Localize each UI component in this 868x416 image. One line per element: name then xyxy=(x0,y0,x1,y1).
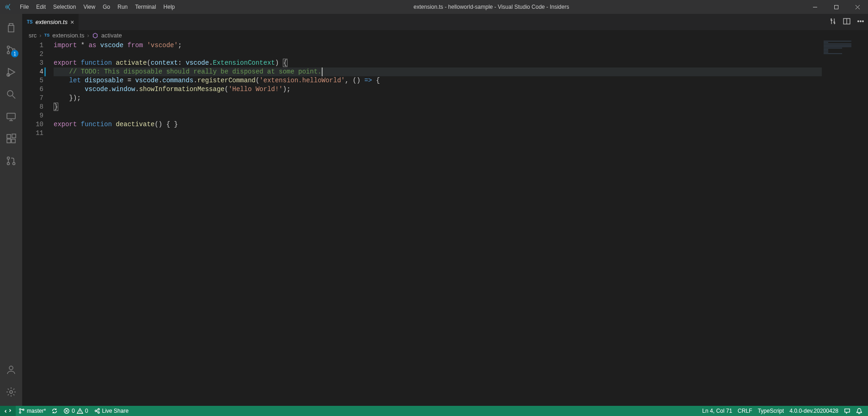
svg-point-15 xyxy=(10,391,12,393)
svg-rect-7 xyxy=(7,135,11,138)
chevron-right-icon: › xyxy=(87,32,89,39)
svg-point-17 xyxy=(858,20,859,22)
text-cursor xyxy=(322,67,323,76)
maximize-button[interactable] xyxy=(825,0,847,14)
activity-bar: 1 xyxy=(0,14,22,406)
editor-tabs: TS extension.ts × xyxy=(22,14,868,30)
cursor-position[interactable]: Ln 4, Col 71 xyxy=(699,406,735,416)
typescript-version[interactable]: 4.0.0-dev.20200428 xyxy=(787,406,841,416)
svg-point-20 xyxy=(19,409,21,410)
sync-changes-button[interactable] xyxy=(49,406,61,416)
window-title: extension.ts - helloworld-sample - Visua… xyxy=(178,4,804,10)
window-controls xyxy=(804,0,868,14)
svg-point-18 xyxy=(860,20,862,22)
svg-point-12 xyxy=(7,163,10,165)
tab-actions xyxy=(829,14,868,30)
code-area[interactable]: import * as vscode from 'vscode'; export… xyxy=(54,41,822,406)
language-mode[interactable]: TypeScript xyxy=(755,406,787,416)
breadcrumb-symbol[interactable]: activate xyxy=(101,32,122,39)
menu-edit[interactable]: Edit xyxy=(32,0,49,14)
svg-point-21 xyxy=(19,412,21,413)
status-bar: master* 0 0 Live Share Ln 4, Col 71 CRLF… xyxy=(0,406,868,416)
compare-changes-icon[interactable] xyxy=(829,18,837,27)
svg-point-13 xyxy=(13,163,15,165)
git-branch-indicator[interactable]: master* xyxy=(16,406,49,416)
svg-point-5 xyxy=(7,91,13,96)
menu-view[interactable]: View xyxy=(79,0,99,14)
svg-point-2 xyxy=(7,52,10,54)
run-debug-icon[interactable] xyxy=(0,61,22,83)
tab-extension-ts[interactable]: TS extension.ts × xyxy=(22,14,79,30)
breadcrumbs[interactable]: src › TS extension.ts › activate xyxy=(22,30,868,40)
editor-group: TS extension.ts × src › TS extension.ts … xyxy=(22,14,868,406)
typescript-file-icon: TS xyxy=(44,33,50,37)
svg-point-25 xyxy=(98,409,99,410)
explorer-icon[interactable] xyxy=(0,17,22,39)
remote-explorer-icon[interactable] xyxy=(0,105,22,128)
accounts-icon[interactable] xyxy=(0,359,22,381)
minimap[interactable] xyxy=(822,40,868,406)
source-control-icon[interactable]: 1 xyxy=(0,39,22,61)
tab-label: extension.ts xyxy=(36,18,67,25)
breadcrumb-file[interactable]: extension.ts xyxy=(52,32,84,39)
svg-point-1 xyxy=(7,46,10,49)
close-button[interactable] xyxy=(847,0,868,14)
close-tab-icon[interactable]: × xyxy=(70,19,74,25)
live-share-button[interactable]: Live Share xyxy=(91,406,131,416)
menu-selection[interactable]: Selection xyxy=(49,0,79,14)
menu-terminal[interactable]: Terminal xyxy=(131,0,159,14)
menu-run[interactable]: Run xyxy=(114,0,131,14)
svg-point-14 xyxy=(9,366,13,370)
menu-go[interactable]: Go xyxy=(99,0,114,14)
minimize-button[interactable] xyxy=(804,0,825,14)
notifications-icon[interactable] xyxy=(853,406,865,416)
eol-indicator[interactable]: CRLF xyxy=(735,406,755,416)
svg-rect-8 xyxy=(7,139,11,143)
chevron-right-icon: › xyxy=(39,32,41,39)
menu-bar: File Edit Selection View Go Run Terminal… xyxy=(16,0,178,14)
extensions-icon[interactable] xyxy=(0,128,22,150)
svg-point-19 xyxy=(862,20,864,22)
more-actions-icon[interactable] xyxy=(857,18,864,27)
line-number-gutter[interactable]: 1 2 3 4 5 6 7 8 9 10 11 xyxy=(22,41,54,406)
svg-point-24 xyxy=(95,410,97,412)
github-pr-icon[interactable] xyxy=(0,150,22,172)
main-area: 1 xyxy=(0,14,868,406)
editor[interactable]: 1 2 3 4 5 6 7 8 9 10 11 import * as vsco… xyxy=(22,40,868,406)
vscode-logo-icon xyxy=(0,3,16,11)
settings-gear-icon[interactable] xyxy=(0,381,22,403)
svg-rect-9 xyxy=(12,139,15,143)
svg-point-26 xyxy=(98,412,99,414)
modified-line-indicator xyxy=(44,67,46,76)
split-editor-icon[interactable] xyxy=(843,18,850,27)
search-icon[interactable] xyxy=(0,83,22,105)
problems-indicator[interactable]: 0 0 xyxy=(61,406,91,416)
svg-rect-0 xyxy=(834,5,838,9)
titlebar: File Edit Selection View Go Run Terminal… xyxy=(0,0,868,14)
feedback-icon[interactable] xyxy=(841,406,853,416)
menu-help[interactable]: Help xyxy=(160,0,179,14)
svg-rect-6 xyxy=(7,113,15,119)
method-symbol-icon xyxy=(92,31,98,39)
typescript-file-icon: TS xyxy=(27,19,33,24)
svg-rect-10 xyxy=(12,134,16,138)
remote-indicator[interactable] xyxy=(0,406,16,416)
svg-point-11 xyxy=(7,157,10,159)
scm-badge: 1 xyxy=(11,50,18,57)
menu-file[interactable]: File xyxy=(16,0,32,14)
breadcrumb-folder[interactable]: src xyxy=(29,32,37,39)
